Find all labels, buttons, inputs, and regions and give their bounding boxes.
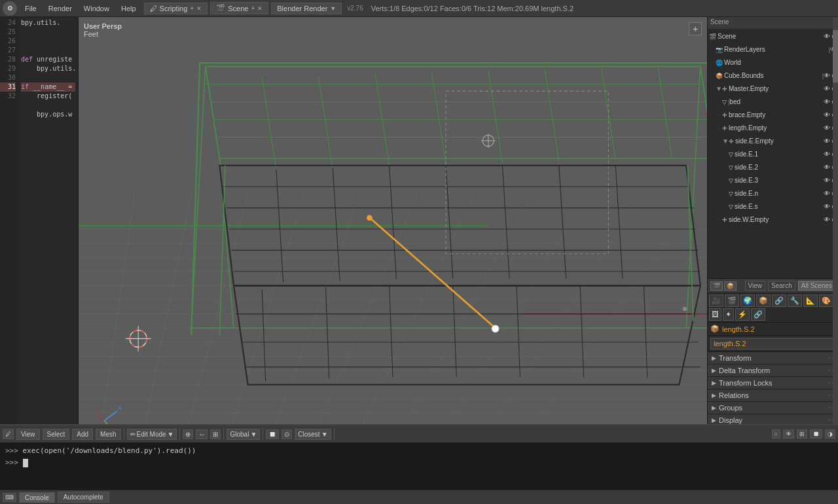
toolbar-add-btn[interactable]: Add — [72, 429, 93, 440]
menu-window[interactable]: Window — [79, 3, 115, 14]
scene-add[interactable]: + — [251, 5, 255, 12]
toolbar-transform-dropdown[interactable]: Global ▼ — [227, 429, 260, 440]
toolbar-mesh-btn[interactable]: Mesh — [96, 429, 120, 440]
outliner-item-sideE1[interactable]: ▽ side.E.1 👁 ⊙ — [708, 148, 838, 161]
render-engine-selector[interactable]: Blender Render ▼ — [271, 3, 342, 14]
toolbar-pivot-icon[interactable]: ⊕ — [183, 429, 193, 439]
console-tab-autocomplete[interactable]: Autocomplete — [58, 492, 109, 503]
mode-dropdown-label: Edit Mode — [137, 431, 166, 438]
section-delta-transform-header[interactable]: ▶ Delta Transform • • — [708, 365, 838, 376]
outliner-item-sideEn[interactable]: ▽ side.E.n 👁 ⊙ — [708, 187, 838, 200]
prop-tab-scene[interactable]: 🎬 — [725, 295, 739, 307]
toolbar-xray-icon[interactable]: ⊞ — [797, 429, 807, 439]
prop-tab-link[interactable]: 🔗 — [751, 308, 765, 321]
prop-tab-data[interactable]: 📐 — [803, 295, 818, 307]
scene-icon: 🎬 — [216, 4, 225, 12]
workspace-tab-scripting[interactable]: 🖊 Scripting + ✕ — [144, 3, 208, 14]
section-transform-locks-header[interactable]: ▶ Transform Locks • • — [708, 377, 838, 389]
prop-tab-modifiers[interactable]: 🔧 — [788, 295, 802, 307]
outliner-item-sideWempty[interactable]: ✛ side.W.Empty 👁 ⊙ — [708, 213, 838, 226]
outliner-item-bed[interactable]: ▽ | bed 👁 ⊙ — [708, 96, 838, 109]
prop-tab-object[interactable]: 📦 — [756, 295, 771, 307]
outliner-item-scene[interactable]: 🎬 Scene 👁 ⊙ — [708, 30, 838, 43]
prop-tab-constraints[interactable]: 🔗 — [772, 295, 786, 307]
code-content-area: 24 25 26 27 28 29 30 31 32 bpy.utils. de… — [0, 17, 78, 441]
console-output[interactable]: >>> exec(open('/downloads/blend.py').rea… — [0, 442, 838, 490]
toolbar-viewport-shading[interactable]: ◑ — [825, 429, 835, 439]
prop-header-view[interactable]: View — [745, 281, 766, 291]
outliner-item-cubebounds[interactable]: 📦 Cube.Bounds | 👁 ⊙ — [708, 69, 838, 82]
sep2 — [179, 428, 180, 440]
svg-line-60 — [453, 285, 456, 376]
svg-line-48 — [446, 166, 453, 279]
toolbar-manipulator-icon[interactable]: ⊞ — [210, 429, 221, 439]
prop-tab-world[interactable]: 🌍 — [740, 295, 755, 307]
lenghtempty-icon: ✛ — [722, 122, 727, 134]
eye-icon-cb: 👁 — [824, 70, 830, 82]
prop-header-allscenes[interactable]: All Scenes — [798, 281, 835, 291]
prop-icon-scene[interactable]: 🎬 — [710, 281, 723, 291]
3d-viewport[interactable]: User Persp Feet + — [79, 17, 707, 441]
outliner-item-lenghtempty[interactable]: ✛ length.Empty 👁 ⊙ — [708, 122, 838, 135]
outliner-item-sideE2[interactable]: ▽ side.E.2 👁 ⊙ — [708, 161, 838, 174]
outliner-item-world[interactable]: 🌐 World — [708, 56, 838, 69]
masterempty-expand: ▼ — [716, 83, 722, 95]
toolbar-view-btn[interactable]: View — [16, 429, 40, 440]
blender-logo: ⚙ — [3, 1, 17, 16]
toolbar-overlay-icon[interactable]: 👁 — [783, 429, 794, 439]
outliner-item-sideEn-name: side.E.n — [735, 188, 824, 200]
outliner-item-braceempty[interactable]: ✛ brace.Empty 👁 ⊙ — [708, 109, 838, 122]
eye-icon-swe: 👁 — [824, 214, 830, 226]
toolbar-display-icon[interactable]: 🔲 — [810, 429, 822, 439]
world-icon: 🌐 — [716, 57, 723, 69]
outliner-item-renderlayers[interactable]: 📷 RenderLayers | 👁 — [708, 43, 838, 56]
outliner-title: Scene — [710, 18, 729, 26]
top-menu-bar: ⚙ File Render Window Help 🖊 Scripting + … — [0, 0, 838, 17]
toolbar-mode-dropdown[interactable]: ✏ Edit Mode ▼ — [127, 429, 177, 440]
outliner-item-sideE3[interactable]: ▽ side.E.3 👁 ⊙ — [708, 174, 838, 187]
braceempty-icon: ✛ — [722, 109, 727, 121]
selection-point-2 — [492, 325, 499, 333]
toolbar-proportional-icon[interactable]: ○ — [772, 429, 780, 439]
scene-label: Scene — [228, 5, 248, 12]
properties-panel: 🎬 📦 View Search All Scenes 🎥 🎬 🌍 📦 🔗 🔧 📐… — [708, 279, 838, 441]
toolbar-select-btn[interactable]: Select — [43, 429, 70, 440]
toolbar-transform-icon[interactable]: ↔ — [196, 429, 208, 439]
console-tab-console[interactable]: Console — [19, 492, 55, 503]
prop-header-search[interactable]: Search — [768, 281, 795, 291]
outer-structure — [191, 63, 707, 335]
console-bar-icon[interactable]: ⌨ — [3, 493, 16, 502]
outliner-item-sideEs[interactable]: ▽ side.E.s 👁 ⊙ — [708, 200, 838, 213]
outliner-item-masterempty[interactable]: ▼ ✛ Master.Empty 👁 ⊙ — [708, 82, 838, 96]
menu-render[interactable]: Render — [43, 3, 77, 14]
prop-tab-texture[interactable]: 🖼 — [709, 308, 721, 321]
section-transform-header[interactable]: ▶ Transform • • — [708, 352, 838, 364]
toolbar-mode-icon[interactable]: 🖊 — [3, 429, 14, 439]
menu-help[interactable]: Help — [116, 3, 141, 14]
blender-version-icon: v2.76 — [344, 1, 363, 16]
code-text[interactable]: bpy.utils. def unregiste bpy.utils. if _… — [18, 17, 78, 441]
grid-lines — [79, 194, 707, 441]
section-relations-header[interactable]: ▶ Relations • • — [708, 389, 838, 401]
prop-tab-render[interactable]: 🎥 — [709, 295, 723, 307]
transform-dropdown-arrow: ▼ — [250, 431, 257, 438]
scene-tab[interactable]: 🎬 Scene + ✕ — [210, 2, 268, 14]
prop-tab-physics[interactable]: ⚡ — [735, 308, 750, 321]
prop-tab-particles[interactable]: ✦ — [723, 308, 734, 321]
toolbar-snap-dropdown[interactable]: Closest ▼ — [295, 429, 331, 440]
prop-icon-object[interactable]: 📦 — [724, 281, 737, 291]
toolbar-snap-icon[interactable]: 🔲 — [266, 429, 279, 439]
section-groups-header[interactable]: ▶ Groups • • — [708, 402, 838, 414]
workspace-icon: 🖊 — [150, 5, 157, 12]
viewport-add-button[interactable]: + — [689, 22, 702, 35]
prop-tab-material[interactable]: 🎨 — [819, 295, 833, 307]
outliner-item-sideEempty[interactable]: ▼ ✛ side.E.Empty 👁 ⊙ — [708, 135, 838, 148]
section-transform-locks-label: Transform Locks — [719, 379, 773, 387]
toolbar-magnet-icon[interactable]: ⊙ — [282, 429, 292, 439]
object-name-input[interactable] — [710, 338, 835, 350]
workspace-add[interactable]: + — [190, 5, 194, 12]
outliner-item-sideE1-name: side.E.1 — [735, 149, 824, 160]
workspace-close[interactable]: ✕ — [196, 5, 202, 12]
menu-file[interactable]: File — [20, 3, 42, 14]
scene-close[interactable]: ✕ — [257, 5, 263, 12]
